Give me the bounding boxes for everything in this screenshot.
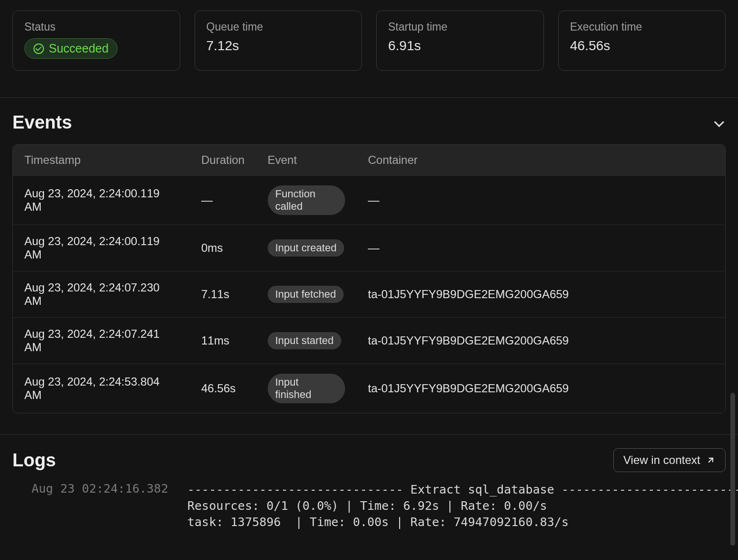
chevron-down-icon[interactable] (713, 117, 726, 129)
summary-cards: Status Succeeded Queue time 7.12s Startu… (0, 0, 738, 71)
logs-body: Aug 23 02:24:16.382 --------------------… (0, 477, 738, 530)
cell-event: Function called (256, 176, 357, 225)
execution-time-value: 46.56s (570, 38, 714, 54)
queue-time-card: Queue time 7.12s (195, 11, 362, 71)
event-chip: Input started (268, 332, 341, 349)
status-label: Status (24, 21, 168, 33)
cell-timestamp: Aug 23, 2024, 2:24:07.241 AM (13, 318, 190, 364)
events-header[interactable]: Events (12, 98, 726, 144)
cell-duration: 11ms (190, 318, 256, 364)
cell-duration: 46.56s (190, 364, 256, 413)
check-circle-icon (33, 43, 44, 54)
cell-timestamp: Aug 23, 2024, 2:24:07.230 AM (13, 271, 190, 318)
cell-container: — (357, 176, 725, 225)
events-table: Timestamp Duration Event Container Aug 2… (12, 144, 726, 413)
table-row: Aug 23, 2024, 2:24:07.230 AM7.11sInput f… (13, 271, 725, 318)
cell-container: ta-01J5YYFY9B9DGE2EMG200GA659 (357, 271, 725, 318)
log-timestamp: Aug 23 02:24:16.382 (12, 480, 187, 530)
col-duration: Duration (190, 145, 256, 176)
col-container: Container (357, 145, 725, 176)
table-row: Aug 23, 2024, 2:24:00.119 AM—Function ca… (13, 176, 725, 225)
cell-duration: 7.11s (190, 271, 256, 318)
event-chip: Input finished (268, 374, 345, 403)
startup-time-value: 6.91s (388, 38, 532, 54)
logs-header: Logs View in context (0, 435, 738, 477)
status-card: Status Succeeded (12, 11, 180, 71)
cell-container: ta-01J5YYFY9B9DGE2EMG200GA659 (357, 318, 725, 364)
col-timestamp: Timestamp (13, 145, 190, 176)
table-row: Aug 23, 2024, 2:24:07.241 AM11msInput st… (13, 318, 725, 364)
external-link-icon (706, 455, 716, 465)
view-in-context-button[interactable]: View in context (613, 448, 726, 472)
col-event: Event (256, 145, 357, 176)
events-header-row: Timestamp Duration Event Container (13, 145, 725, 176)
cell-timestamp: Aug 23, 2024, 2:24:53.804 AM (13, 364, 190, 413)
events-title: Events (12, 112, 72, 133)
event-chip: Function called (268, 185, 345, 215)
startup-time-label: Startup time (388, 21, 532, 33)
table-row: Aug 23, 2024, 2:24:53.804 AM46.56sInput … (13, 364, 725, 413)
cell-container: — (357, 225, 725, 271)
events-section: Events Timestamp Duration Event Containe… (0, 98, 738, 413)
cell-timestamp: Aug 23, 2024, 2:24:00.119 AM (13, 176, 190, 225)
scrollbar[interactable] (730, 393, 735, 546)
cell-timestamp: Aug 23, 2024, 2:24:00.119 AM (13, 225, 190, 271)
execution-time-card: Execution time 46.56s (558, 11, 726, 71)
status-value: Succeeded (49, 42, 109, 55)
cell-duration: 0ms (190, 225, 256, 271)
table-row: Aug 23, 2024, 2:24:00.119 AM0msInput cre… (13, 225, 725, 271)
logs-title: Logs (12, 450, 56, 471)
queue-time-value: 7.12s (206, 38, 350, 54)
cell-duration: — (190, 176, 256, 225)
view-in-context-label: View in context (623, 453, 700, 467)
cell-container: ta-01J5YYFY9B9DGE2EMG200GA659 (357, 364, 725, 413)
cell-event: Input fetched (256, 271, 357, 318)
startup-time-card: Startup time 6.91s (376, 11, 544, 71)
log-text: ------------------------------ Extract s… (187, 480, 738, 530)
cell-event: Input started (256, 318, 357, 364)
cell-event: Input created (256, 225, 357, 271)
event-chip: Input created (268, 239, 344, 257)
svg-line-0 (709, 458, 713, 462)
cell-event: Input finished (256, 364, 357, 413)
event-chip: Input fetched (268, 286, 344, 303)
queue-time-label: Queue time (206, 21, 350, 33)
status-badge: Succeeded (24, 38, 118, 59)
execution-time-label: Execution time (570, 21, 714, 33)
